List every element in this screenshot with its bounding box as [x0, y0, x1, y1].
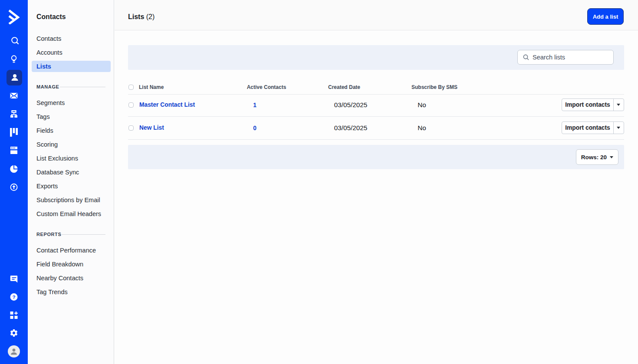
svg-text:?: ?: [12, 295, 15, 300]
